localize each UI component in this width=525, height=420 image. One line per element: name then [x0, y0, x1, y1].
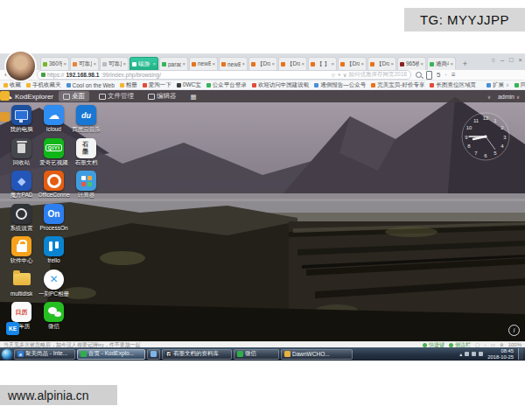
browser-tab[interactable]: 通商480百人 ×	[427, 57, 456, 70]
info-icon[interactable]: i	[508, 325, 520, 336]
profile-circle-icon[interactable]: ○	[491, 56, 495, 64]
browser-tab[interactable]: newB棋牌 ×	[189, 57, 218, 70]
tray-network-icon[interactable]	[465, 352, 469, 356]
kod-menu-desktop[interactable]: 桌面	[59, 91, 89, 102]
toolbar-ext-item[interactable]: 扩展∨	[486, 81, 509, 89]
taskbar-button-app[interactable]	[147, 349, 160, 360]
bookmark-item[interactable]: 长图查位区域页	[430, 81, 476, 89]
share-menu[interactable]: ∨	[487, 94, 491, 100]
desktop-icon-iqiyi[interactable]: QIYI 爱奇艺视频	[38, 138, 70, 172]
show-desktop-button[interactable]	[518, 348, 523, 360]
desktop-icon-app-store[interactable]: 软件中心	[5, 236, 38, 270]
desktop-icon-my-computer[interactable]: 我的电脑	[5, 105, 38, 138]
add-icon[interactable]: +	[338, 72, 341, 78]
desktop-icon-trello[interactable]: trello	[38, 236, 70, 270]
taskbar-button-shimo[interactable]: 石 石墨文档的资料库	[162, 349, 232, 360]
bookmark-item[interactable]: 通倒报告—公众号	[314, 81, 366, 89]
bookmark-item[interactable]: 完美宝贝-好价专享	[371, 81, 424, 89]
close-window-button[interactable]: ×	[519, 56, 522, 64]
tab-close-icon[interactable]: ×	[331, 61, 334, 66]
tab-close-icon[interactable]: ×	[450, 61, 453, 66]
desktop-icon-shimo-docs[interactable]: 石墨 石墨文档	[70, 138, 102, 172]
bookmark-item[interactable]: 爱淘一下	[143, 81, 172, 89]
bookmark-item[interactable]: 0WC宝	[177, 81, 201, 89]
search-icon[interactable]	[416, 72, 422, 78]
tab-close-icon[interactable]: ×	[152, 61, 156, 66]
side-panel-button[interactable]: 侧边栏	[449, 341, 471, 347]
desktop-icon-folder[interactable]: multidisk	[5, 270, 38, 303]
taskbar-button-wechat[interactable]: 微信	[234, 349, 279, 360]
minimize-button[interactable]: –	[500, 56, 504, 64]
kod-menu-files[interactable]: 文件管理	[94, 91, 138, 102]
tab-close-icon[interactable]: ×	[390, 61, 394, 66]
toolbar-ext-item[interactable]: 同步∨	[514, 81, 525, 89]
tab-close-icon[interactable]: ×	[122, 61, 126, 66]
bookmark-star-icon[interactable]: ☆	[331, 72, 336, 79]
tab-close-icon[interactable]: ×	[271, 61, 275, 66]
desktop-icon-officeconnect[interactable]: OfficeConnect	[38, 171, 70, 204]
menu-icon[interactable]: ≡	[452, 71, 456, 79]
taskbar-button-folder[interactable]: DawnWCHO...	[281, 349, 353, 360]
kod-start-button[interactable]: KE	[6, 322, 19, 335]
browser-tab[interactable]: 965棋牌竞技 ×	[397, 57, 426, 70]
taskbar-button-kodexplorer[interactable]: 首页 - KodExplo...	[77, 349, 145, 360]
browser-tab[interactable]: 【Dragon ×	[338, 57, 367, 70]
browser-tab[interactable]: 360导航_新一 ×	[40, 57, 69, 70]
address-bar[interactable]: https://192.168.98.1:99/index.php/browsi…	[37, 70, 411, 80]
desktop-icon-recycle-bin[interactable]: 回收站	[5, 138, 38, 172]
browser-tab[interactable]: paragon - ×	[159, 57, 188, 70]
shimo-icon: 石	[165, 351, 172, 357]
desktop-icon-pad[interactable]: ◆ 魔方PAD	[5, 171, 38, 204]
kod-menu-editor[interactable]: 编辑器	[144, 91, 181, 102]
user-avatar[interactable]	[6, 52, 35, 80]
tab-close-icon[interactable]: ×	[212, 61, 215, 66]
bookmark-item[interactable]: 手机收藏夹	[26, 81, 61, 89]
taskbar-clock[interactable]: 08:45 2018-10-25	[486, 348, 515, 360]
tab-close-icon[interactable]: ×	[93, 61, 96, 66]
favorites-folder[interactable]: 收藏	[4, 81, 21, 89]
desktop-icon-photo-album[interactable]: ✕ 一刻PC相册	[38, 270, 70, 303]
browser-tab[interactable]: 可靠且_刷新 ×	[70, 57, 99, 70]
bookmark-item[interactable]: 欢迎访问中国建设银	[252, 81, 310, 89]
sidebar-tool-icon[interactable]	[0, 112, 10, 122]
tab-close-icon[interactable]: ×	[182, 61, 186, 66]
sidebar-login-icon[interactable]	[0, 91, 10, 101]
browser-tab[interactable]: 【Dragon ×	[248, 57, 277, 70]
bookmark-item[interactable]: Cool on the Web	[66, 82, 115, 88]
desktop-icon-processon[interactable]: On ProcessOn	[38, 204, 70, 237]
start-button[interactable]	[2, 349, 12, 360]
chevron-down-icon[interactable]: ∨	[343, 72, 347, 79]
tab-close-icon[interactable]: ×	[360, 61, 364, 66]
favicon-icon	[371, 83, 375, 88]
browser-tab[interactable]: 可靠且-虚拟 ×	[100, 57, 129, 70]
user-menu[interactable]: admin ∨	[498, 94, 520, 100]
new-tab-button[interactable]: +	[459, 58, 471, 69]
maximize-button[interactable]: □	[509, 56, 514, 64]
kod-menu-apps[interactable]: ▦	[186, 92, 201, 102]
desktop-icon-settings[interactable]: 系统设置	[5, 204, 38, 237]
tab-close-icon[interactable]: ×	[301, 61, 304, 66]
tray-volume-icon[interactable]	[472, 352, 476, 356]
browser-tab[interactable]: 【Dragon ×	[368, 57, 396, 70]
tab-close-icon[interactable]: ×	[242, 61, 245, 66]
tray-security-icon[interactable]	[479, 352, 483, 356]
taskbar-button-ie[interactable]: e 聚美尚品 - Inte...	[14, 349, 75, 360]
desktop-icon-calculator[interactable]: 计算器	[70, 171, 102, 204]
desktop-icon-baidu-music[interactable]: du 百度云音乐	[70, 105, 102, 138]
phone-mode-icon[interactable]	[426, 71, 432, 80]
desktop-icon-wechat[interactable]: 微信	[38, 302, 70, 335]
tab-close-icon[interactable]: ×	[420, 61, 424, 66]
bookmark-item[interactable]: 公众平台登录	[206, 81, 247, 89]
browser-tab[interactable]: newB ×	[219, 57, 248, 70]
back-button[interactable]: ‹	[4, 71, 7, 80]
folder-icon	[284, 351, 290, 357]
history-count[interactable]: 5	[437, 71, 440, 79]
browser-tab[interactable]: 【 】 ×	[308, 57, 337, 70]
bookmark-item[interactable]: 相册	[120, 81, 137, 89]
hidden-icons-arrow[interactable]: ▴	[459, 351, 462, 357]
quick-key-button[interactable]: 快捷键	[423, 341, 444, 347]
browser-tab-active[interactable]: 端游 - 互动 ×	[130, 57, 158, 70]
browser-tab[interactable]: 【Dragon ×	[278, 57, 307, 70]
tab-close-icon[interactable]: ×	[63, 61, 66, 66]
desktop-icon-icloud[interactable]: ☁ icloud	[38, 105, 70, 138]
